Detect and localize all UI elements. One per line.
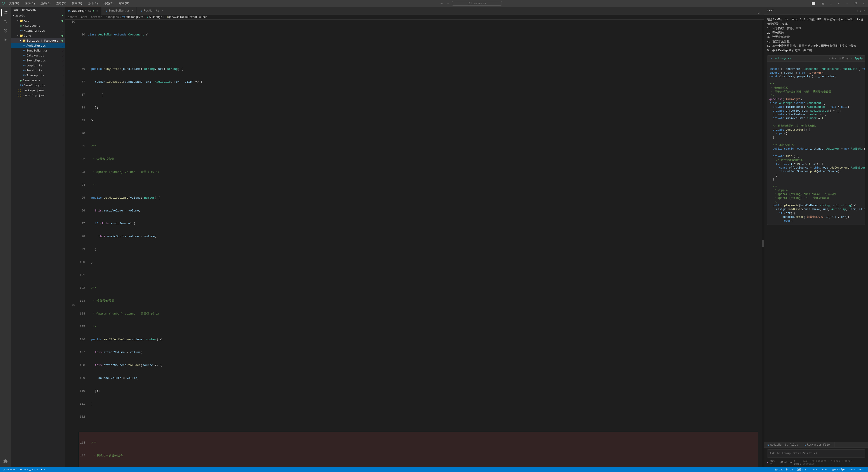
chat-tab-audiomgr[interactable]: TS AudioMgr.ts File ✕ <box>764 442 801 447</box>
cursor-position[interactable]: 行 121，列 14 <box>775 468 793 471</box>
breadcrumb-scripts[interactable]: Scripts <box>91 15 102 19</box>
more-actions-icon[interactable]: ⋯ <box>761 11 762 15</box>
cursor-mode-indicator[interactable]: Cursor Auto <box>849 468 865 471</box>
menu-file[interactable]: 文件(F) <box>8 1 21 6</box>
menu-help[interactable]: 帮助(H) <box>118 1 131 6</box>
code-line-98: 98 this.musicSource.volume = volume; <box>79 234 760 239</box>
sidebar-item-mainscene[interactable]: ◉ Main.scene <box>11 23 65 28</box>
breadcrumb-managers[interactable]: Managers <box>106 15 119 19</box>
nav-forward-icon[interactable]: → <box>446 1 450 6</box>
copy-button[interactable]: ⎘ Copy <box>839 57 849 61</box>
sidebar-item-mainentry[interactable]: TS MainEntry.ts U <box>11 28 65 33</box>
menu-view[interactable]: 查看(V) <box>55 1 68 6</box>
activity-scm[interactable] <box>1 27 9 35</box>
split-editor-icon[interactable]: ⊡ <box>758 11 760 15</box>
sync-icon[interactable]: ⟲ <box>20 468 22 471</box>
chat-new-icon[interactable]: ✚ <box>857 9 858 12</box>
maximize-icon[interactable]: □ <box>853 1 858 6</box>
encoding-indicator[interactable]: UTF-8 <box>810 468 817 471</box>
sidebar-section-assets[interactable]: ▾ assets ● <box>11 13 65 18</box>
code-line-99: 99 } <box>79 247 760 251</box>
activity-search[interactable] <box>1 18 9 26</box>
sidebar-item-core[interactable]: ▾ 📁 Core <box>11 33 65 38</box>
menu-run[interactable]: 运行(R) <box>86 1 99 6</box>
sidebar-core-label: Core <box>24 34 31 37</box>
chat-refresh-icon[interactable]: ↺ <box>860 9 862 12</box>
sidebar-item-gamescene[interactable]: ◉ Game.scene <box>11 78 65 83</box>
minimize-icon[interactable]: ─ <box>845 1 850 6</box>
chat-tab-audiomgr-close[interactable]: ✕ <box>797 443 799 446</box>
activity-debug[interactable] <box>1 36 9 44</box>
tab-audiomgr[interactable]: TS AudioMgr.ts ● ✕ <box>65 7 101 15</box>
sidebar-scriptsmanagers-label: Scripts | Managers <box>27 39 58 42</box>
close-icon[interactable]: ✕ <box>862 1 866 6</box>
nav-back-icon[interactable]: ← <box>439 1 444 6</box>
apply-button[interactable]: ✓ Apply <box>851 57 863 61</box>
sidebar-item-packagejson[interactable]: { } package.json <box>11 88 65 93</box>
chat-tab-resmgr[interactable]: TS ResMgr.ts File ✕ <box>801 442 835 447</box>
search-input[interactable] <box>452 1 502 6</box>
layout-icon-2[interactable]: ▣ <box>820 1 825 6</box>
tab-resmgr-close[interactable]: ✕ <box>161 8 163 13</box>
sidebar-item-gameentry[interactable]: TS GameEntry.ts U <box>11 83 65 88</box>
sidebar-item-tsconfig[interactable]: { } tsconfig.json U <box>11 93 65 98</box>
code-line-100: 100 } <box>79 260 760 264</box>
sidebar-item-eventmgr[interactable]: TS EventMgr.ts U <box>11 58 65 63</box>
code-content[interactable]: 10 class AudioMgr extends Component { 76… <box>77 20 762 467</box>
tab-bundlemgr-close[interactable]: ✕ <box>131 8 133 13</box>
breadcrumb-assets[interactable]: assets <box>68 15 78 19</box>
breadcrumb-method[interactable]: ⬡getAvailableEffectSource <box>165 15 207 19</box>
ts-icon: TS <box>20 84 23 87</box>
core-modified-dot <box>61 35 63 37</box>
breadcrumb-sep-6: › <box>163 15 164 19</box>
notification-count[interactable]: ● 0 <box>41 468 45 471</box>
breadcrumb-core[interactable]: Core <box>81 15 88 19</box>
breadcrumb-class[interactable]: ◇AudioMgr <box>147 15 162 19</box>
titlebar-right: ⬜ ▣ ⬚ ⚙ ─ □ ✕ <box>810 1 866 6</box>
line-ending-indicator[interactable]: CRLF <box>821 468 827 471</box>
layout-icon-3[interactable]: ⬚ <box>829 1 833 6</box>
chat-close-icon[interactable]: ✕ <box>864 9 865 12</box>
sidebar-item-scripts-managers[interactable]: ▾ 📁 Scripts | Managers <box>11 38 65 43</box>
menu-terminal[interactable]: 终端(T) <box>102 1 115 6</box>
sidebar-item-bundlemgr[interactable]: TS BundleMgr.ts U <box>11 48 65 53</box>
layout-icon-1[interactable]: ⬜ <box>810 1 817 6</box>
minimap[interactable] <box>762 20 764 467</box>
sidebar-item-resmgr[interactable]: TS ResMgr.ts U <box>11 68 65 73</box>
breadcrumb-sep-2: › <box>88 15 90 19</box>
code-editor: 10 76 10 class AudioMgr extends Componen… <box>65 20 764 467</box>
error-count[interactable]: ⊗ 0 △ 0 ⚠ 0 <box>24 468 38 471</box>
menu-edit[interactable]: 编辑(E) <box>24 1 37 6</box>
chat-model-label[interactable]: gpt-4o <box>770 460 778 465</box>
chat-tab-audiomgr-label: AudioMgr.ts File <box>770 443 796 446</box>
tab-resmgr[interactable]: TS ResMgr.ts ✕ <box>136 7 166 15</box>
tab-audiomgr-close[interactable]: ✕ <box>96 9 98 13</box>
mention-button[interactable]: @Mention <box>780 461 792 464</box>
breadcrumb-file[interactable]: TSAudioMgr.ts <box>122 15 144 19</box>
menu-goto[interactable]: 转到(G) <box>70 1 84 6</box>
git-branch[interactable]: ⎇ master* <box>3 468 17 471</box>
chat-input[interactable] <box>767 449 865 458</box>
status-bar: ⎇ master* ⟲ ⊗ 0 △ 0 ⚠ 0 ● 0 行 121，列 14 空… <box>0 467 868 472</box>
sidebar-item-audiomgr[interactable]: TS AudioMgr.ts U <box>11 43 65 48</box>
ask-link[interactable]: ↗ Ask <box>828 57 836 61</box>
code-line-76: 76 public playEffect(bundleName: string,… <box>79 67 760 71</box>
language-indicator[interactable]: TypeScript <box>830 468 845 471</box>
chat-body[interactable]: 结合ResMgr.ts，用cc 3.8.x内置 API 帮我们写一个AudioM… <box>764 15 868 442</box>
spaces-indicator[interactable]: 空格: 4 <box>797 468 806 471</box>
image-button[interactable]: ⊞ Image <box>794 460 803 465</box>
tab-bundlemgr[interactable]: TS BundleMgr.ts ✕ <box>101 7 136 15</box>
settings-icon[interactable]: ⚙ <box>837 1 841 6</box>
chat-tab-resmgr-close[interactable]: ✕ <box>831 443 832 446</box>
sidebar-item-logmgr[interactable]: TS LogMgr.ts U <box>11 63 65 68</box>
chat-message-text: 结合ResMgr.ts，用cc 3.8.x内置 API 帮我们写一个AudioM… <box>767 18 865 53</box>
title-bar: ⬡ 文件(F) 编辑(E) 选择(S) 查看(V) 转到(G) 运行(R) 终端… <box>0 0 868 7</box>
sidebar-item-app[interactable]: ▾ 📁 App <box>11 18 65 23</box>
status-bar-left: ⎇ master* ⟲ ⊗ 0 △ 0 ⚠ 0 ● 0 <box>3 468 45 471</box>
sidebar-item-timemgr[interactable]: TS TimeMgr.ts U <box>11 73 65 78</box>
menu-select[interactable]: 选择(S) <box>39 1 52 6</box>
breadcrumb-sep-1: › <box>79 15 80 19</box>
activity-extensions[interactable] <box>1 457 9 465</box>
sidebar-item-datamgr[interactable]: TS DataMgr.ts U <box>11 53 65 58</box>
activity-explorer[interactable] <box>1 8 9 17</box>
